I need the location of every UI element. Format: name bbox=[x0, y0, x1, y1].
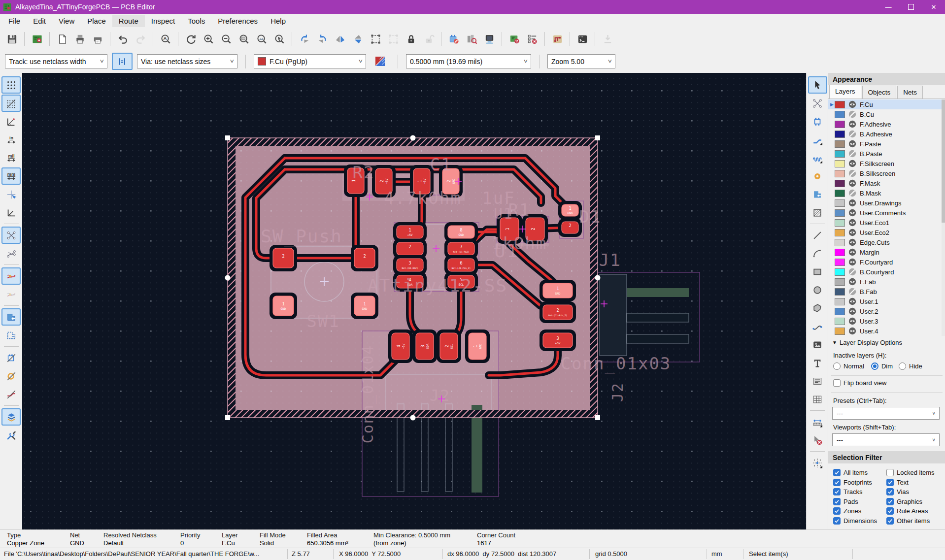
layer-color-swatch[interactable] bbox=[835, 268, 845, 276]
layer-color-swatch[interactable] bbox=[835, 328, 845, 335]
cursor-shape-button[interactable] bbox=[1, 186, 21, 203]
pad[interactable]: 1GND bbox=[540, 280, 576, 301]
add-zone-button[interactable] bbox=[808, 186, 827, 203]
layer-row-edge-cuts[interactable]: Edge.Cuts bbox=[828, 237, 945, 247]
pad[interactable]: 2 bbox=[351, 245, 378, 271]
filter-footprints[interactable]: Footprints bbox=[833, 479, 872, 486]
selection-handle[interactable] bbox=[225, 275, 231, 281]
pad[interactable]: 1GND bbox=[351, 293, 378, 319]
auto-track-width-toggle[interactable] bbox=[112, 53, 133, 70]
pad[interactable]: 1GND bbox=[558, 201, 582, 220]
eye-hidden-icon[interactable] bbox=[848, 169, 856, 177]
add-textbox-button[interactable] bbox=[808, 372, 827, 390]
add-circle-button[interactable] bbox=[808, 281, 827, 298]
eye-visible-icon[interactable] bbox=[848, 317, 856, 325]
update-pcb-button[interactable] bbox=[600, 32, 615, 47]
pad[interactable]: 2Net-(J1-Pin_2) bbox=[540, 301, 576, 323]
board-setup-button[interactable] bbox=[30, 32, 45, 47]
pad[interactable]: 3+5V bbox=[540, 329, 576, 351]
layer-color-swatch[interactable] bbox=[835, 308, 845, 315]
layer-color-swatch[interactable] bbox=[835, 229, 845, 236]
add-via-button[interactable] bbox=[808, 167, 827, 185]
maximize-button[interactable] bbox=[900, 0, 922, 14]
selection-handle[interactable] bbox=[595, 275, 601, 281]
plot-button[interactable] bbox=[90, 32, 105, 47]
add-polygon-button[interactable] bbox=[808, 299, 827, 317]
layer-row-b-fab[interactable]: B.Fab bbox=[828, 287, 945, 296]
save-button[interactable] bbox=[4, 32, 20, 47]
layer-color-swatch[interactable] bbox=[835, 318, 845, 325]
eye-visible-icon[interactable] bbox=[848, 307, 856, 315]
refresh-button[interactable] bbox=[183, 32, 199, 47]
filter-pads[interactable]: Pads bbox=[833, 498, 858, 505]
pad[interactable]: 1GND bbox=[270, 293, 297, 319]
eye-visible-icon[interactable] bbox=[848, 229, 856, 236]
selection-handle[interactable] bbox=[595, 135, 600, 140]
layer-row-user-4[interactable]: User.4 bbox=[828, 326, 945, 336]
eye-visible-icon[interactable] bbox=[848, 327, 856, 335]
layer-row-f-courtyard[interactable]: F.Courtyard bbox=[828, 257, 945, 267]
layer-row-f-paste[interactable]: F.Paste bbox=[828, 139, 945, 149]
local-ratsnest-button[interactable] bbox=[808, 95, 827, 112]
active-layer-select[interactable]: F.Cu (PgUp)˅ bbox=[254, 54, 366, 68]
unlock-button[interactable] bbox=[421, 32, 437, 47]
lock-button[interactable] bbox=[404, 32, 419, 47]
menu-tools[interactable]: Tools bbox=[181, 15, 211, 27]
rotate-ccw-button[interactable] bbox=[297, 32, 312, 47]
track-width-select[interactable]: Track: use netclass width˅ bbox=[5, 54, 107, 68]
filter-zones[interactable]: Zones bbox=[833, 507, 861, 515]
tab-nets[interactable]: Nets bbox=[897, 86, 923, 99]
layer-row-b-courtyard[interactable]: B.Courtyard bbox=[828, 267, 945, 277]
selection-handle[interactable] bbox=[410, 415, 416, 421]
layer-color-swatch[interactable] bbox=[835, 190, 845, 197]
zoom-out-button[interactable] bbox=[219, 32, 234, 47]
layer-row-f-adhesive[interactable]: F.Adhesive bbox=[828, 119, 945, 129]
layer-row-user-comments[interactable]: User.Comments bbox=[828, 208, 945, 218]
layer-color-swatch[interactable] bbox=[835, 180, 845, 187]
units-mm-button[interactable]: mm bbox=[1, 167, 21, 185]
filter-graphics[interactable]: Graphics bbox=[886, 498, 922, 505]
layer-color-swatch[interactable] bbox=[835, 131, 845, 138]
print-button[interactable] bbox=[72, 32, 88, 47]
layer-color-swatch[interactable] bbox=[835, 239, 845, 246]
viewports-select[interactable]: ---˅ bbox=[832, 433, 940, 446]
add-dimension-button[interactable] bbox=[808, 413, 827, 430]
footprint-editor-button[interactable] bbox=[446, 32, 462, 47]
layer-row-f-mask[interactable]: F.Mask bbox=[828, 178, 945, 188]
grid-origin-button[interactable] bbox=[808, 454, 827, 471]
filter-all-items[interactable]: All items bbox=[833, 469, 868, 476]
eye-hidden-icon[interactable] bbox=[848, 268, 856, 276]
eye-hidden-icon[interactable] bbox=[848, 189, 856, 197]
add-arc-button[interactable] bbox=[808, 245, 827, 262]
ratsnest-curved-button[interactable] bbox=[1, 245, 21, 262]
mirror-h-button[interactable] bbox=[333, 32, 348, 47]
units-mil-button[interactable]: mil bbox=[1, 149, 21, 166]
delete-tool-button[interactable] bbox=[808, 431, 827, 449]
filter-text[interactable]: Text bbox=[886, 479, 909, 486]
layer-color-swatch[interactable] bbox=[835, 170, 845, 177]
layer-color-swatch[interactable] bbox=[835, 150, 845, 158]
layer-color-swatch[interactable] bbox=[835, 209, 845, 217]
tune-length-button[interactable] bbox=[808, 149, 827, 166]
pad[interactable]: 4+5V bbox=[388, 329, 413, 363]
drc-button[interactable] bbox=[507, 32, 522, 47]
menu-view[interactable]: View bbox=[52, 15, 81, 27]
layer-row-user-3[interactable]: User.3 bbox=[828, 316, 945, 326]
route-tracks-button[interactable] bbox=[808, 131, 827, 148]
layer-color-swatch[interactable] bbox=[835, 121, 845, 128]
grid-override-button[interactable] bbox=[1, 95, 21, 112]
pad[interactable]: 2 bbox=[270, 245, 297, 271]
3d-viewer-button[interactable] bbox=[482, 32, 497, 47]
layer-row-user-drawings[interactable]: User.Drawings bbox=[828, 198, 945, 208]
filter-vias[interactable]: Vias bbox=[886, 488, 909, 495]
layer-color-swatch[interactable] bbox=[835, 160, 845, 167]
menu-edit[interactable]: Edit bbox=[27, 15, 52, 27]
pcb-canvas[interactable]: 12+5V1+5V2GND1+5V23Net-(U1-RN2)4SDA8GND7… bbox=[22, 73, 806, 529]
eye-visible-icon[interactable] bbox=[848, 219, 856, 227]
layer-row-f-silkscreen[interactable]: F.Silkscreen bbox=[828, 159, 945, 168]
high-contrast-button[interactable] bbox=[1, 408, 21, 426]
layer-display-options-header[interactable]: ▼ Layer Display Options bbox=[832, 339, 902, 346]
layer-row-user-eco2[interactable]: User.Eco2 bbox=[828, 228, 945, 237]
net-inspector-button[interactable] bbox=[550, 32, 565, 47]
search-button[interactable]: A bbox=[158, 32, 173, 47]
